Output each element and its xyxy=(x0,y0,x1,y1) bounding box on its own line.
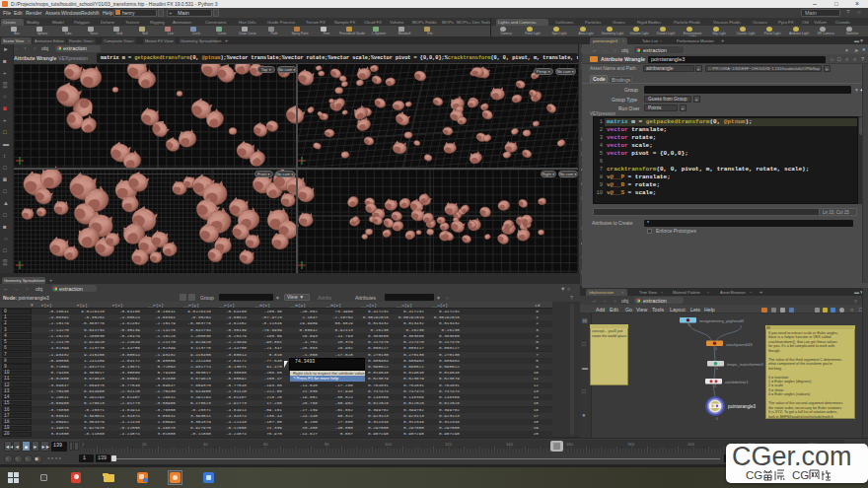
svg-text:0: 0 xyxy=(688,323,690,327)
svg-text:120: 120 xyxy=(445,442,453,447)
svg-text:testgeometry_pighead3: testgeometry_pighead3 xyxy=(699,318,745,323)
svg-text:100: 100 xyxy=(385,442,393,447)
svg-text:pointwrangle3: pointwrangle3 xyxy=(728,404,757,409)
svg-text:140: 140 xyxy=(506,442,514,447)
svg-text:CG: CG xyxy=(746,469,762,481)
svg-text:20: 20 xyxy=(142,442,147,447)
svg-text:0: 0 xyxy=(715,347,717,351)
svg-text:attribdelete1: attribdelete1 xyxy=(725,380,749,384)
svg-text:mops_transformer1: mops_transformer1 xyxy=(727,362,764,367)
svg-text:160: 160 xyxy=(566,442,574,447)
svg-text:CG: CG xyxy=(792,469,809,481)
svg-text:180: 180 xyxy=(627,442,635,447)
svg-text:0: 0 xyxy=(714,384,716,388)
svg-text:40: 40 xyxy=(203,442,208,447)
svg-text:0: 0 xyxy=(716,417,718,421)
svg-text:80: 80 xyxy=(325,442,329,447)
svg-text:0: 0 xyxy=(716,367,718,371)
svg-text:stashpoint443: stashpoint443 xyxy=(726,342,753,347)
svg-text:200: 200 xyxy=(687,442,695,447)
svg-text:60: 60 xyxy=(263,442,268,447)
